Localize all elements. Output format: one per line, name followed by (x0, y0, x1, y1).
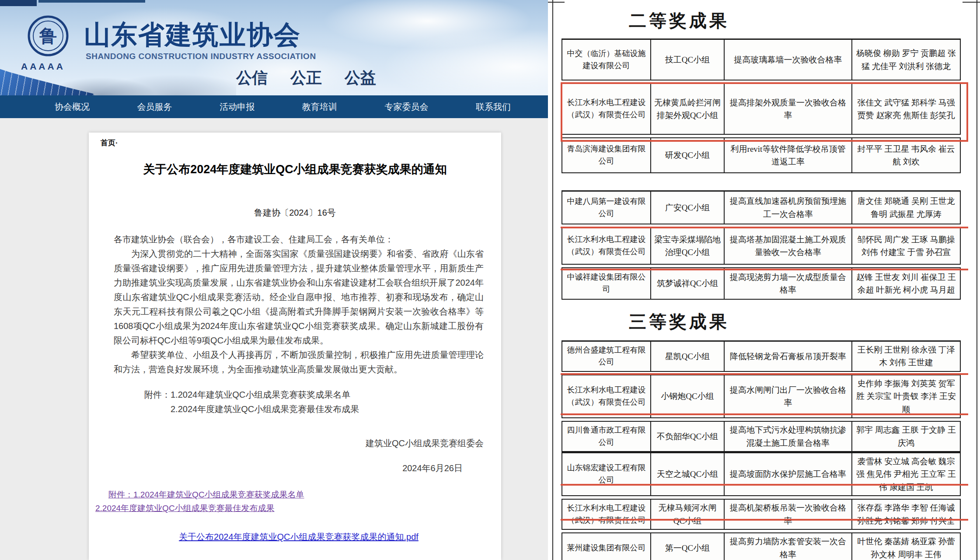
site-title-english: SHANDONG CONSTRUCTION INDUSTRY ASSOCIATI… (86, 52, 316, 61)
members-cell: 袭雪林 安立城 高会敏 魏宗强 焦见伟 尹相光 王立军 王伟 康建国 王凯 (852, 453, 960, 495)
members-cell: 赵锋 王世友 刘川 崔保卫 王余超 叶新光 柯小虎 马月超 (852, 268, 960, 299)
members-cell: 张存磊 李路华 李智 任海诚 孙胜先 刘铭馨 郑帅 付兴全 (852, 500, 960, 529)
nav-item-overview[interactable]: 协会概况 (55, 101, 90, 113)
nav-item-education[interactable]: 教育培训 (302, 101, 337, 113)
nav-item-contact[interactable]: 联系我们 (476, 101, 511, 113)
slogan-gongzheng: 公正 (290, 67, 322, 89)
association-website: 鲁 AAAAA 山东省建筑业协会 SHANDONG CONSTRUCTION I… (0, 0, 548, 560)
topic-cell: 提高剪力墙防水套管安装一次合格率 (725, 533, 852, 560)
table-row: 中交（临沂）基础设施建设有限公司 技工QC小组 提高玻璃幕墙一次验收合格率 杨晓… (561, 38, 961, 80)
members-cell: 杨晓俊 柳勋 罗宁 贡鹏超 张猛 尤佳平 刘洪利 张德龙 (852, 40, 960, 80)
table-row: 四川鲁通市政工程有限公司 不负韶华QC小组 提高地下式污水处理构筑物抗渗混凝土施… (561, 421, 961, 452)
notice-paragraph-1: 为深入贯彻党的二十大精神，全面落实国家《质量强国建设纲要》和省委、省政府《山东省… (114, 247, 484, 348)
nav-item-activity-declare[interactable]: 活动申报 (220, 101, 255, 113)
members-cell: 邹怀民 周广发 王琢 马鹏操 刘伟 付建宝 于雪 孙召宣 (852, 228, 960, 264)
svg-text:鲁: 鲁 (39, 26, 57, 46)
table-row: 长江水利水电工程建设（武汉）有限责任公司 梁宝寺采煤塌陷地治理QC小组 提高塔基… (561, 227, 961, 265)
table-row: 莱州建设集团有限公司 第一QC小组 提高剪力墙防水套管安装一次合格率 叶世伦 秦… (561, 532, 961, 560)
team-cell: 天空之城QC小组 (651, 453, 725, 495)
header-photo-fragment (0, 0, 37, 6)
red-annotation-line (561, 519, 968, 521)
company-cell: 山东锦宏建设工程有限公司 (562, 453, 651, 495)
notice-doc-number: 鲁建协〔2024〕16号 (89, 207, 501, 219)
table-row: 长江水利水电工程建设（武汉）有限责任公司 小钢炮QC小组 提高水闸闸门出厂一次验… (561, 374, 961, 418)
nav-item-expert-committee[interactable]: 专家委员会 (384, 101, 428, 113)
team-cell: 不负韶华QC小组 (651, 422, 725, 451)
nav-item-member-services[interactable]: 会员服务 (137, 101, 172, 113)
attachment-links: 附件：1.2024年建筑业QC小组成果竞赛获奖成果名单 2.2024年度建筑业Q… (114, 488, 484, 515)
screenshot-root: 鲁 AAAAA 山东省建筑业协会 SHANDONG CONSTRUCTION I… (0, 0, 980, 560)
company-cell: 长江水利水电工程建设（武汉）有限责任公司 (562, 375, 651, 417)
second-prize-table-1: 中交（临沂）基础设施建设有限公司 技工QC小组 提高玻璃幕墙一次验收合格率 杨晓… (561, 38, 961, 173)
second-prize-heading: 二等奖成果 (592, 9, 767, 33)
red-annotation-line (561, 413, 968, 415)
attachment-list: 附件：1.2024年建筑业QC小组成果竞赛获奖成果名单 2.2024年度建筑业Q… (114, 388, 484, 416)
header-photo-fragment (38, 0, 145, 3)
third-prize-table-2: 山东锦宏建设工程有限公司 天空之城QC小组 提高坡面防水保护层施工合格率 袭雪林… (561, 452, 961, 560)
page-border-top-left (548, 2, 565, 3)
team-cell: 小钢炮QC小组 (651, 375, 725, 417)
topic-cell: 提高现浇剪力墙一次成型质量合格率 (725, 268, 852, 299)
aaaaa-rating-badge: AAAAA (21, 61, 65, 72)
page-border-right (977, 0, 977, 560)
topic-cell: 提高直线加速器机房预留预埋施工一次合格率 (725, 192, 852, 224)
main-nav: 协会概况 会员服务 活动申报 教育培训 专家委员会 联系我们 (0, 95, 548, 118)
company-cell: 中交（临沂）基础设施建设有限公司 (562, 40, 651, 80)
notice-date: 2024年6月26日 (114, 461, 484, 476)
topic-cell: 提高水闸闸门出厂一次验收合格率 (725, 375, 852, 417)
topic-cell: 提高地下式污水处理构筑物抗渗混凝土施工质量合格率 (725, 422, 852, 451)
team-cell: 广安QC小组 (651, 192, 725, 224)
red-annotation-box (561, 82, 968, 142)
attachment-line-2: 2.2024年度建筑业QC小组成果竞赛最佳发布成果 (171, 402, 484, 416)
third-prize-table-1: 德州合盛建筑工程有限公司 星凯QC小组 降低轻钢龙骨石膏板吊顶开裂率 王长刚 王… (561, 340, 961, 452)
team-cell: 研发QC小组 (651, 138, 725, 172)
notice-salutation: 各市建筑业协会（联合会），各市建设工会、住建局工会，各有关单位： (114, 232, 484, 247)
members-cell: 史作帅 李振海 刘英英 贺军胜 关宗宝 叶贵钗 李洋 王安顺 (852, 375, 960, 417)
notice-body: 各市建筑业协会（联合会），各市建设工会、住建局工会，各有关单位： 为深入贯彻党的… (114, 232, 484, 544)
site-title: 山东省建筑业协会 (84, 18, 301, 53)
second-prize-table-2: 中建八局第一建设有限公司 广安QC小组 提高直线加速器机房预留预埋施工一次合格率… (561, 190, 961, 300)
company-cell: 长江水利水电工程建设（武汉）有限责任公司 (562, 228, 651, 264)
slogan-gongxin: 公信 (236, 67, 268, 89)
notice-signer: 建筑业QC小组成果竞赛组委会 (114, 436, 484, 451)
team-cell: 无棣马颊河水闸QC小组 (651, 500, 725, 529)
slogan-group: 公信 公正 公益 (236, 67, 376, 89)
members-cell: 叶世伦 秦菡婧 杨亚霖 孙蕾 孙文林 周明丰 王伟 (852, 533, 960, 560)
award-results-page: 二等奖成果 中交（临沂）基础设施建设有限公司 技工QC小组 提高玻璃幕墙一次验收… (548, 0, 980, 560)
red-annotation-line (561, 373, 968, 375)
members-cell: 郭宇 周志鑫 王朕 于文静 王庆鸿 (852, 422, 960, 451)
table-row: 青岛滨海建设集团有限公司 研发QC小组 利用revit等软件降低学校吊顶管道返工… (561, 137, 961, 173)
team-cell: 筑梦诚祥QC小组 (651, 268, 725, 299)
topic-cell: 提高坡面防水保护层施工合格率 (725, 453, 852, 495)
team-cell: 星凯QC小组 (651, 342, 725, 371)
topic-cell: 降低轻钢龙骨石膏板吊顶开裂率 (725, 342, 852, 371)
team-cell: 梁宝寺采煤塌陷地治理QC小组 (651, 228, 725, 264)
breadcrumb[interactable]: 首页· (101, 138, 118, 148)
company-cell: 德州合盛建筑工程有限公司 (562, 342, 651, 371)
table-row: 山东锦宏建设工程有限公司 天空之城QC小组 提高坡面防水保护层施工合格率 袭雪林… (561, 452, 961, 496)
notice-paragraph-2: 希望获奖单位、小组及个人再接再厉，不断加强质量控制，积极推广应用先进质量管理理论… (114, 348, 484, 377)
red-annotation-line (561, 227, 968, 228)
third-prize-heading: 三等奖成果 (592, 310, 767, 334)
red-annotation-line (561, 269, 968, 270)
topic-cell: 提高机架桥板吊装一次验收合格率 (725, 500, 852, 529)
table-row: 德州合盛建筑工程有限公司 星凯QC小组 降低轻钢龙骨石膏板吊顶开裂率 王长刚 王… (561, 340, 961, 372)
notice-pdf-link[interactable]: 关于公布2024年度建筑业QC小组成果竞赛获奖成果的通知.pdf (179, 532, 419, 542)
topic-cell: 提高玻璃幕墙一次验收合格率 (725, 40, 852, 80)
page-border-left (552, 0, 553, 560)
members-cell: 王长刚 王世刚 徐永强 丁泽木 刘伟 王世建 (852, 342, 960, 371)
table-row: 中建八局第一建设有限公司 广安QC小组 提高直线加速器机房预留预埋施工一次合格率… (561, 190, 961, 224)
notice-title: 关于公布2024年度建筑业QC小组成果竞赛获奖成果的通知 (89, 161, 501, 177)
table-row: 长江水利水电工程建设（武汉）有限责任公司 无棣马颊河水闸QC小组 提高机架桥板吊… (561, 499, 961, 530)
site-header-banner: 鲁 AAAAA 山东省建筑业协会 SHANDONG CONSTRUCTION I… (0, 0, 548, 95)
attachment-link-2[interactable]: 2.2024年度建筑业QC小组成果竞赛最佳发布成果 (95, 501, 484, 515)
topic-cell: 提高塔基加固混凝土施工外观质量验收一次合格率 (725, 228, 852, 264)
attachment-link-1[interactable]: 附件：1.2024年建筑业QC小组成果竞赛获奖成果名单 (108, 488, 484, 501)
company-cell: 莱州建设集团有限公司 (562, 533, 651, 560)
company-cell: 青岛滨海建设集团有限公司 (562, 138, 651, 172)
association-logo-icon[interactable]: 鲁 (27, 15, 69, 59)
team-cell: 第一QC小组 (651, 533, 725, 560)
slogan-gongyi: 公益 (345, 67, 376, 89)
page-border-top-right (963, 2, 980, 3)
members-cell: 封平平 王卫星 韦风余 崔云航 刘欢 (852, 138, 960, 172)
